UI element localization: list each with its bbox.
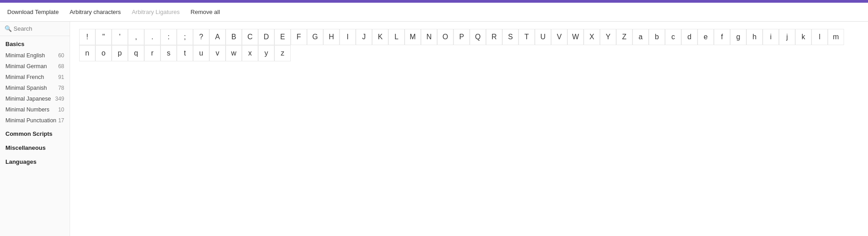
main-layout: 🔍 BasicsMinimal English60Minimal German6… — [0, 22, 868, 236]
char-cell[interactable]: Q — [470, 29, 486, 45]
sidebar-item-count: 68 — [58, 63, 64, 69]
sidebar-item-label: Minimal Spanish — [5, 85, 47, 91]
sidebar-item-minimal-german[interactable]: Minimal German68 — [0, 61, 70, 72]
char-cell[interactable]: J — [356, 29, 372, 45]
char-cell[interactable]: s — [160, 45, 177, 61]
sidebar-item-minimal-numbers[interactable]: Minimal Numbers10 — [0, 104, 70, 115]
sidebar-item-count: 60 — [58, 52, 64, 59]
char-cell[interactable]: w — [226, 45, 242, 61]
arbitrary-characters-button[interactable]: Arbitrary characters — [70, 7, 121, 17]
char-cell[interactable]: n — [79, 45, 95, 61]
char-cell[interactable]: X — [584, 29, 600, 45]
char-cell[interactable]: B — [226, 29, 242, 45]
sidebar-section-basics: Basics — [0, 36, 70, 50]
char-cell[interactable]: : — [160, 29, 177, 45]
search-input[interactable] — [14, 25, 65, 32]
char-cell[interactable]: I — [340, 29, 356, 45]
char-cell[interactable]: ; — [177, 29, 193, 45]
char-cell[interactable]: j — [779, 29, 795, 45]
toolbar: Download TemplateArbitrary charactersArb… — [0, 3, 868, 22]
char-cell[interactable]: C — [242, 29, 258, 45]
char-cell[interactable]: ? — [193, 29, 209, 45]
sidebar-section-miscellaneous: Miscellaneous — [0, 140, 70, 154]
char-cell[interactable]: t — [177, 45, 193, 61]
sidebar-item-minimal-french[interactable]: Minimal French91 — [0, 72, 70, 83]
char-cell[interactable]: m — [828, 29, 844, 45]
char-cell[interactable]: L — [388, 29, 405, 45]
char-cell[interactable]: f — [714, 29, 730, 45]
char-cell[interactable]: R — [486, 29, 502, 45]
char-cell[interactable]: k — [795, 29, 811, 45]
sidebar-item-minimal-english[interactable]: Minimal English60 — [0, 50, 70, 61]
char-cell[interactable]: q — [128, 45, 144, 61]
char-cell[interactable]: K — [372, 29, 388, 45]
char-cell[interactable]: G — [307, 29, 323, 45]
sidebar-item-label: Minimal Numbers — [5, 106, 49, 113]
char-cell[interactable]: r — [144, 45, 160, 61]
char-cell[interactable]: b — [649, 29, 665, 45]
sidebar-item-minimal-japanese[interactable]: Minimal Japanese349 — [0, 93, 70, 104]
download-template-button[interactable]: Download Template — [7, 7, 59, 17]
char-cell[interactable]: U — [535, 29, 551, 45]
char-cell[interactable]: g — [730, 29, 746, 45]
char-cell[interactable]: d — [681, 29, 698, 45]
char-cell[interactable]: E — [274, 29, 291, 45]
sidebar: 🔍 BasicsMinimal English60Minimal German6… — [0, 22, 70, 236]
char-cell[interactable]: . — [144, 29, 160, 45]
sidebar-item-label: Minimal German — [5, 63, 47, 69]
sidebar-item-label: Minimal English — [5, 52, 45, 59]
sidebar-item-minimal-punctuation[interactable]: Minimal Punctuation17 — [0, 115, 70, 126]
sidebar-item-minimal-spanish[interactable]: Minimal Spanish78 — [0, 83, 70, 93]
char-cell[interactable]: V — [551, 29, 567, 45]
char-cell[interactable]: h — [746, 29, 763, 45]
char-cell[interactable]: ' — [112, 29, 128, 45]
sidebar-item-count: 349 — [55, 96, 64, 102]
char-cell[interactable]: c — [665, 29, 681, 45]
sidebar-item-count: 17 — [58, 117, 64, 124]
sidebar-item-label: Minimal French — [5, 74, 44, 80]
char-cell[interactable]: p — [112, 45, 128, 61]
char-cell[interactable]: Y — [600, 29, 616, 45]
char-cell[interactable]: D — [258, 29, 274, 45]
char-cell[interactable]: A — [209, 29, 226, 45]
char-cell[interactable]: u — [193, 45, 209, 61]
char-cell[interactable]: z — [274, 45, 291, 61]
sidebar-item-count: 78 — [58, 85, 64, 91]
search-bar: 🔍 — [0, 22, 70, 36]
char-cell[interactable]: a — [632, 29, 649, 45]
sidebar-item-label: Minimal Japanese — [5, 96, 51, 102]
char-cell[interactable]: P — [453, 29, 470, 45]
char-cell[interactable]: y — [258, 45, 274, 61]
char-cell[interactable]: H — [323, 29, 340, 45]
char-cell[interactable]: F — [291, 29, 307, 45]
sidebar-item-count: 10 — [58, 106, 64, 113]
char-cell[interactable]: " — [95, 29, 112, 45]
char-cell[interactable]: ! — [79, 29, 95, 45]
character-grid: !"',.:;?ABCDEFGHIJKLMNOPQRSTUVWXYZabcdef… — [79, 29, 859, 61]
sidebar-item-count: 91 — [58, 74, 64, 80]
char-cell[interactable]: Z — [616, 29, 632, 45]
char-cell[interactable]: M — [405, 29, 421, 45]
char-cell[interactable]: x — [242, 45, 258, 61]
arbitrary-ligatures-button: Arbitrary Ligatures — [132, 7, 179, 17]
char-cell[interactable]: O — [437, 29, 453, 45]
char-cell[interactable]: v — [209, 45, 226, 61]
char-cell[interactable]: i — [763, 29, 779, 45]
char-cell[interactable]: l — [811, 29, 828, 45]
sidebar-section-languages: Languages — [0, 154, 70, 168]
char-cell[interactable]: , — [128, 29, 144, 45]
char-cell[interactable]: N — [421, 29, 437, 45]
search-icon: 🔍 — [5, 25, 12, 32]
char-cell[interactable]: e — [698, 29, 714, 45]
sidebar-item-label: Minimal Punctuation — [5, 117, 57, 124]
content-area: !"',.:;?ABCDEFGHIJKLMNOPQRSTUVWXYZabcdef… — [70, 22, 868, 236]
remove-all-button[interactable]: Remove all — [191, 7, 220, 17]
char-cell[interactable]: o — [95, 45, 112, 61]
char-cell[interactable]: S — [502, 29, 519, 45]
char-cell[interactable]: T — [519, 29, 535, 45]
char-cell[interactable]: W — [567, 29, 584, 45]
sidebar-section-common-scripts: Common Scripts — [0, 126, 70, 140]
